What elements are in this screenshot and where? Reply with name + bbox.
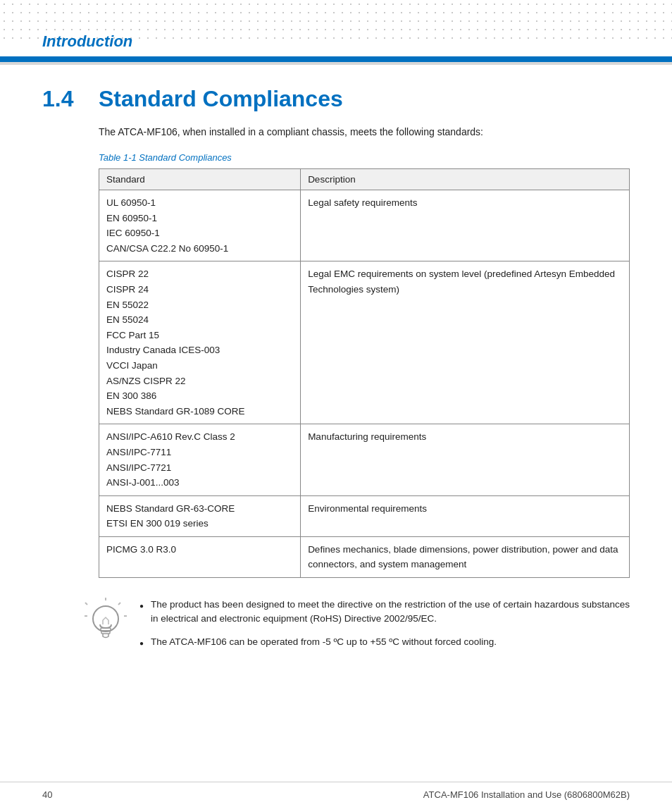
chapter-title: Introduction [42,32,132,51]
table-cell-description: Environmental requirements [301,495,630,536]
table-cell-description: Defines mechanics, blade dimensions, pow… [301,536,630,577]
table-row: NEBS Standard GR-63-COREETSI EN 300 019 … [99,495,630,536]
table-header-row: Standard Description [99,169,630,190]
svg-line-3 [85,603,87,605]
blue-bar-decoration [0,56,672,62]
gray-bar-decoration [0,62,672,65]
table-cell-standard: UL 60950-1EN 60950-1IEC 60950-1CAN/CSA C… [99,190,301,261]
table-cell-standard: PICMG 3.0 R3.0 [99,536,301,577]
footer: 40 ATCA-MF106 Installation and Use (6806… [0,782,672,807]
note-item: The ATCA-MF106 can be operated from -5 º… [139,635,630,649]
table-row: PICMG 3.0 R3.0Defines mechanics, blade d… [99,536,630,577]
col-standard: Standard [99,169,301,190]
svg-line-1 [118,603,120,605]
table-cell-standard: NEBS Standard GR-63-COREETSI EN 300 019 … [99,495,301,536]
section-header: 1.4 Standard Compliances [42,86,630,112]
bulb-icon [85,598,127,647]
table-cell-description: Legal EMC requirements on system level (… [301,261,630,424]
col-description: Description [301,169,630,190]
section-intro-text: The ATCA-MF106, when installed in a comp… [99,125,630,140]
notes-section: The product has been designed to meet th… [85,598,630,658]
table-cell-standard: ANSI/IPC-A610 Rev.C Class 2ANSI/IPC-7711… [99,424,301,495]
table-row: UL 60950-1EN 60950-1IEC 60950-1CAN/CSA C… [99,190,630,261]
section-number: 1.4 [42,86,85,112]
header: Introduction [0,0,672,56]
table-caption: Table 1-1 Standard Compliances [99,152,630,163]
compliance-table: Standard Description UL 60950-1EN 60950-… [99,168,630,578]
main-content: 1.4 Standard Compliances The ATCA-MF106,… [0,65,672,679]
section-title: Standard Compliances [99,86,343,112]
table-row: ANSI/IPC-A610 Rev.C Class 2ANSI/IPC-7711… [99,424,630,495]
note-item: The product has been designed to meet th… [139,598,630,627]
footer-document-title: ATCA-MF106 Installation and Use (6806800… [423,789,630,800]
notes-list: The product has been designed to meet th… [139,598,630,658]
table-cell-standard: CISPR 22CISPR 24EN 55022EN 55024FCC Part… [99,261,301,424]
table-cell-description: Legal safety requirements [301,190,630,261]
footer-page-number: 40 [42,789,52,800]
table-cell-description: Manufacturing requirements [301,424,630,495]
table-row: CISPR 22CISPR 24EN 55022EN 55024FCC Part… [99,261,630,424]
